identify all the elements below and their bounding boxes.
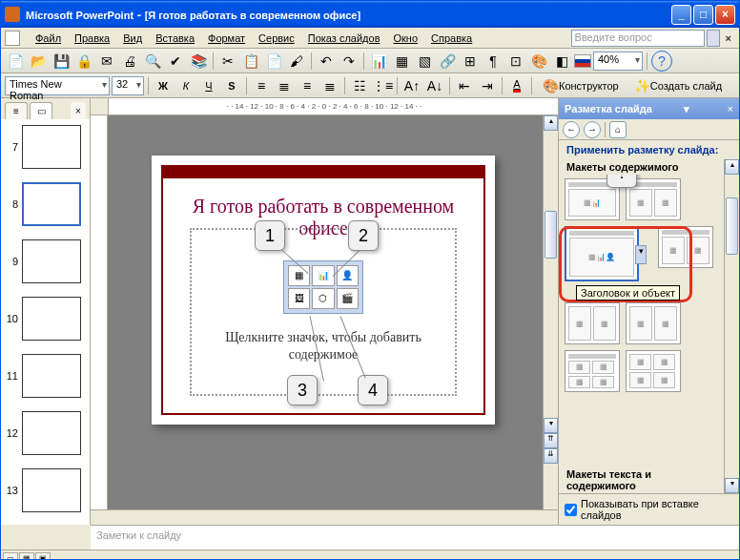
content-placeholder[interactable]: ▦ 📊 👤 🖼 ⬡ 🎬 Щелкните значок, чтобы добав…	[190, 228, 457, 396]
email-button[interactable]: ✉	[96, 51, 117, 72]
show-formatting-button[interactable]: ¶	[483, 51, 504, 72]
layout-item[interactable]: ▦▦	[658, 226, 713, 268]
format-painter-button[interactable]: 🖌	[286, 51, 307, 72]
taskpane-back-button[interactable]: ←	[563, 121, 580, 138]
open-button[interactable]: 📂	[28, 51, 49, 72]
italic-button[interactable]: К	[175, 75, 196, 96]
decrease-indent-button[interactable]: ⇤	[454, 75, 475, 96]
decrease-font-button[interactable]: A↓	[424, 75, 445, 96]
help-search-dropdown[interactable]	[707, 30, 720, 47]
increase-indent-button[interactable]: ⇥	[477, 75, 498, 96]
font-color-button[interactable]: A	[506, 75, 527, 96]
slideshow-view-button[interactable]: ▣	[35, 552, 51, 561]
horizontal-scrollbar[interactable]	[91, 510, 558, 525]
insert-table-icon[interactable]: ▦	[288, 265, 310, 286]
research-button[interactable]: 📚	[188, 51, 209, 72]
taskpane-dropdown-icon[interactable]: ▾	[684, 103, 689, 115]
horizontal-ruler[interactable]: · · 14 · 12 · 10 · 8 · 6 · 4 · 2 · 0 · 2…	[91, 98, 558, 115]
taskpane-home-button[interactable]: ⌂	[609, 121, 627, 138]
mdi-close-button[interactable]: ×	[722, 32, 735, 44]
font-combo[interactable]: Times New Roman	[5, 76, 110, 95]
minimize-button[interactable]: _	[671, 5, 691, 25]
scroll-up-button[interactable]: ▴	[725, 159, 739, 175]
notes-pane[interactable]: Заметки к слайду	[91, 525, 739, 550]
maximize-button[interactable]: □	[693, 5, 713, 25]
scroll-down-button[interactable]: ▾	[725, 478, 739, 493]
help-search-input[interactable]: Введите вопрос	[571, 30, 705, 47]
menu-view[interactable]: Вид	[117, 31, 148, 46]
paste-button[interactable]: 📄	[263, 51, 284, 72]
layout-dropdown-button[interactable]: ▾	[635, 245, 647, 264]
new-button[interactable]: 📄	[5, 51, 26, 72]
taskpane-scrollbar[interactable]: ▴ ▾	[724, 159, 739, 493]
show-on-insert-checkbox[interactable]	[565, 504, 577, 516]
grayscale-button[interactable]: ◧	[551, 51, 572, 72]
redo-button[interactable]: ↷	[339, 51, 360, 72]
numbering-button[interactable]: ☷	[349, 75, 370, 96]
save-button[interactable]: 💾	[51, 51, 72, 72]
next-slide-button[interactable]: ⇊	[544, 448, 558, 464]
layout-item-selected[interactable]: ▦📊👤 ▾	[565, 226, 639, 281]
insert-chart-button[interactable]: 📊	[368, 51, 389, 72]
insert-diagram-icon[interactable]: ⬡	[312, 288, 334, 309]
slide-thumb[interactable]	[22, 354, 81, 398]
grid-button[interactable]: ⊡	[505, 51, 526, 72]
slide-thumb[interactable]	[22, 239, 81, 283]
menu-tools[interactable]: Сервис	[253, 31, 300, 46]
menu-file[interactable]: Файл	[30, 31, 67, 46]
layout-item[interactable]: ▦▦	[626, 302, 681, 344]
increase-font-button[interactable]: A↑	[401, 75, 422, 96]
tables-borders-button[interactable]: ▧	[414, 51, 435, 72]
doc-icon[interactable]	[5, 31, 20, 46]
slide-thumb[interactable]	[22, 125, 81, 169]
outline-close-button[interactable]: ×	[71, 102, 86, 119]
slides-tab[interactable]: ▭	[30, 102, 52, 119]
copy-button[interactable]: 📋	[240, 51, 261, 72]
scroll-thumb[interactable]	[726, 197, 738, 255]
outline-tab[interactable]: ≡	[5, 102, 28, 119]
bold-button[interactable]: Ж	[153, 75, 174, 96]
taskpane-forward-button[interactable]: →	[584, 121, 601, 138]
vertical-ruler[interactable]	[91, 115, 108, 509]
slide-thumb[interactable]	[22, 411, 81, 455]
menu-edit[interactable]: Правка	[69, 31, 115, 46]
undo-button[interactable]: ↶	[316, 51, 337, 72]
insert-table-button[interactable]: ▦	[391, 51, 412, 72]
align-right-button[interactable]: ≡	[297, 75, 318, 96]
menu-insert[interactable]: Вставка	[150, 31, 200, 46]
scroll-up-button[interactable]: ▴	[544, 115, 558, 131]
font-size-combo[interactable]: 32	[112, 76, 144, 95]
insert-hyperlink-button[interactable]: 🔗	[437, 51, 458, 72]
help-button[interactable]: ?	[651, 51, 672, 72]
cut-button[interactable]: ✂	[217, 51, 238, 72]
menu-slideshow[interactable]: Показ слайдов	[302, 31, 386, 46]
permission-button[interactable]: 🔒	[73, 51, 94, 72]
language-flag-icon[interactable]	[574, 54, 591, 68]
menu-format[interactable]: Формат	[202, 31, 251, 46]
preview-button[interactable]: 🔍	[142, 51, 163, 72]
menu-window[interactable]: Окно	[388, 31, 424, 46]
align-justify-button[interactable]: ≣	[319, 75, 340, 96]
slide[interactable]: Я готов работать в современном офисе ▦ 📊…	[152, 156, 495, 425]
layout-item[interactable]: ▦▦▦▦	[626, 350, 681, 392]
designer-button[interactable]: 🎨 Конструктор	[536, 75, 626, 96]
slide-thumb[interactable]	[22, 468, 81, 512]
bullets-button[interactable]: ⋮≡	[372, 75, 393, 96]
insert-media-icon[interactable]: 🎬	[337, 288, 359, 309]
close-button[interactable]: ×	[715, 5, 735, 25]
slide-thumb[interactable]	[22, 297, 81, 341]
scroll-down-button[interactable]: ▾	[544, 418, 558, 433]
menu-help[interactable]: Справка	[425, 31, 478, 46]
print-button[interactable]: 🖨	[119, 51, 140, 72]
insert-picture-icon[interactable]: 🖼	[288, 288, 310, 309]
insert-chart-icon[interactable]: 📊	[312, 265, 334, 286]
layout-item[interactable]: ▦▦▦▦	[565, 350, 620, 392]
layout-item[interactable]: ▦▦	[565, 302, 620, 344]
scroll-thumb[interactable]	[545, 211, 557, 259]
spellcheck-button[interactable]: ✔	[165, 51, 186, 72]
sorter-view-button[interactable]: ▦	[19, 552, 34, 561]
align-left-button[interactable]: ≡	[251, 75, 272, 96]
align-center-button[interactable]: ≣	[274, 75, 295, 96]
canvas-area[interactable]: Я готов работать в современном офисе ▦ 📊…	[108, 115, 543, 509]
slide-thumb[interactable]	[22, 182, 81, 226]
